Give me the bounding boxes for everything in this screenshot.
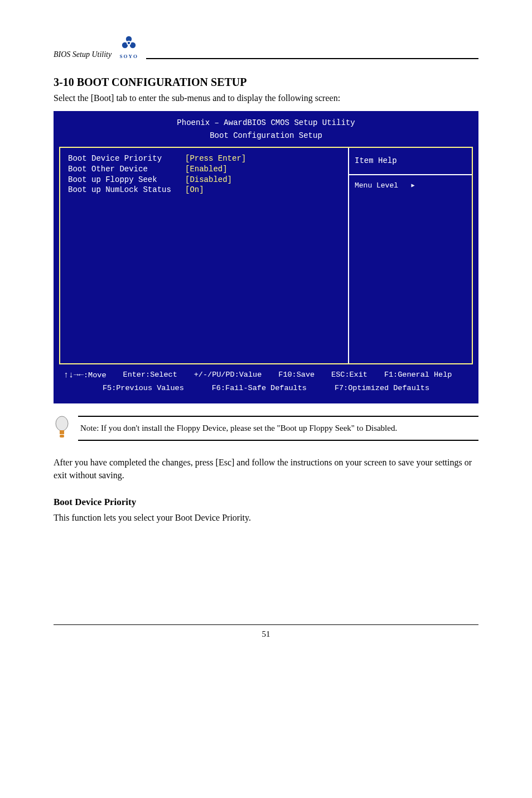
logo-icon bbox=[119, 33, 138, 52]
lightbulb-icon bbox=[54, 416, 70, 443]
bios-row-label: Boot Device Priority bbox=[68, 153, 185, 164]
bios-row-label: Boot Other Device bbox=[68, 164, 185, 175]
note-callout: Note: If you don't install the Floppy De… bbox=[54, 416, 478, 443]
bios-row-value: [On] bbox=[185, 185, 204, 195]
svg-rect-6 bbox=[60, 430, 64, 434]
bios-help-body: Menu Level ▶ bbox=[349, 175, 472, 196]
body-paragraph: After you have completed the changes, pr… bbox=[54, 456, 478, 482]
nav-save: F10:Save bbox=[278, 370, 315, 381]
arrow-keys-icon: ↑↓→← bbox=[64, 371, 84, 380]
nav-optimized: F7:Optimized Defaults bbox=[335, 383, 429, 393]
footer-rule bbox=[54, 624, 478, 625]
svg-rect-7 bbox=[60, 435, 64, 438]
nav-enter: Enter:Select bbox=[123, 370, 177, 381]
bios-screen: Phoenix – AwardBIOS CMOS Setup Utility B… bbox=[54, 111, 478, 403]
bios-help-header: Item Help bbox=[349, 148, 472, 175]
bios-help-pane: Item Help Menu Level ▶ bbox=[349, 148, 472, 363]
nav-move: :Move bbox=[84, 371, 107, 379]
subsection-text: This function lets you select your Boot … bbox=[54, 511, 478, 524]
svg-point-5 bbox=[56, 416, 68, 431]
bios-title: Phoenix – AwardBIOS CMOS Setup Utility bbox=[59, 118, 473, 128]
bios-settings-pane: Boot Device Priority [Press Enter] Boot … bbox=[60, 148, 349, 363]
bios-nav: ↑↓→←:Move Enter:Select +/-/PU/PD:Value F… bbox=[59, 364, 473, 393]
nav-value: +/-/PU/PD:Value bbox=[194, 370, 262, 381]
section-title: 3-10 BOOT CONFIGURATION SETUP bbox=[54, 76, 478, 89]
note-text: Note: If you don't install the Floppy De… bbox=[80, 424, 476, 433]
brand-logo: SOYO bbox=[119, 33, 138, 59]
bios-row-label: Boot up Floppy Seek bbox=[68, 175, 185, 185]
logo-text: SOYO bbox=[119, 54, 138, 59]
bios-row-value: [Press Enter] bbox=[185, 153, 246, 164]
bios-row[interactable]: Boot up NumLock Status [On] bbox=[68, 185, 340, 195]
nav-help: F1:General Help bbox=[384, 370, 452, 381]
bios-row[interactable]: Boot Device Priority [Press Enter] bbox=[68, 153, 340, 164]
svg-point-4 bbox=[128, 42, 130, 44]
section-intro: Select the [Boot] tab to enter the sub-m… bbox=[54, 93, 478, 103]
bios-subtitle: Boot Configuration Setup bbox=[59, 131, 473, 141]
bios-row-label: Boot up NumLock Status bbox=[68, 185, 185, 195]
page-header: BIOS Setup Utility SOYO bbox=[54, 33, 478, 59]
nav-exit: ESC:Exit bbox=[331, 370, 367, 381]
nav-prev: F5:Previous Values bbox=[103, 383, 184, 393]
bios-row[interactable]: Boot Other Device [Enabled] bbox=[68, 164, 340, 175]
bios-row-value: [Enabled] bbox=[185, 164, 228, 175]
header-rule bbox=[146, 58, 478, 59]
bios-row[interactable]: Boot up Floppy Seek [Disabled] bbox=[68, 175, 340, 185]
subsection-heading: Boot Device Priority bbox=[54, 497, 478, 508]
bios-menu-level-label: Menu Level bbox=[355, 181, 398, 190]
arrow-right-icon: ▶ bbox=[411, 182, 414, 190]
page-footer: 51 bbox=[54, 624, 478, 639]
nav-failsafe: F6:Fail-Safe Defaults bbox=[212, 383, 307, 393]
note-box: Note: If you don't install the Floppy De… bbox=[78, 416, 478, 441]
bios-panel: Boot Device Priority [Press Enter] Boot … bbox=[59, 147, 473, 364]
page-number: 51 bbox=[54, 629, 478, 639]
header-label: BIOS Setup Utility bbox=[54, 50, 112, 59]
bios-row-value: [Disabled] bbox=[185, 175, 232, 185]
